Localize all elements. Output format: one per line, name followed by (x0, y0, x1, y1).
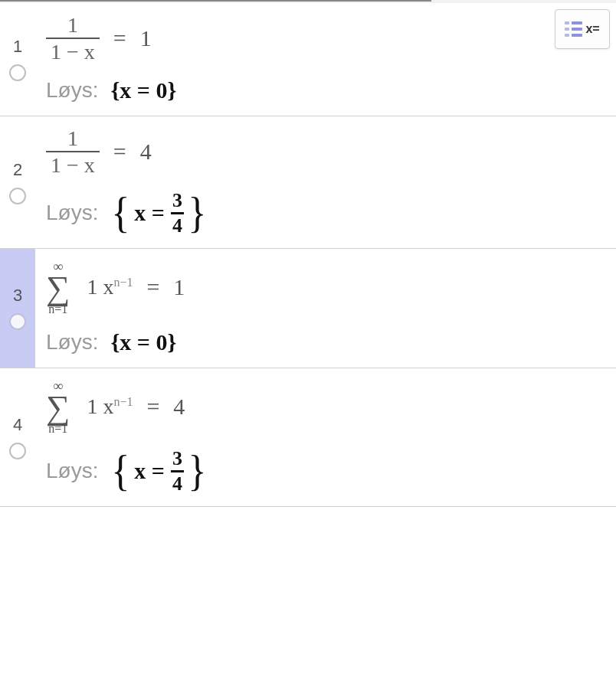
row-content[interactable]: 1 1 − x = 1 Løys: {x = 0} (35, 3, 616, 116)
equals-sign: = (113, 139, 126, 165)
equation: 1 1 − x = 4 (46, 127, 608, 177)
rhs-value: 1 (140, 25, 152, 51)
cas-rows: 1 1 1 − x = 1 Løys: {x = 0} (0, 3, 616, 507)
equation: ∞ ∑ n=1 1 xn−1 = 4 (46, 379, 608, 435)
row-content[interactable]: 1 1 − x = 4 Løys: { x = 3 (35, 116, 616, 248)
solve-numeric-button[interactable]: x= (555, 9, 610, 49)
summand: 1 xn−1 (87, 394, 133, 419)
solution-line: Løys: {x = 0} (46, 329, 608, 355)
list-icon (565, 21, 582, 37)
summand: 1 xn−1 (87, 275, 133, 299)
solution-line: Løys: { x = 3 4 } (46, 191, 608, 236)
cas-view: x= 1 1 1 − x = 1 Løys: (0, 0, 616, 507)
row-gutter[interactable]: 3 (0, 249, 35, 368)
row-gutter[interactable]: 1 (0, 3, 35, 116)
row-number: 3 (13, 286, 22, 306)
solution-set: { x = 3 4 } (110, 449, 207, 494)
fraction: 3 4 (171, 191, 184, 236)
visibility-toggle[interactable] (9, 313, 26, 330)
cas-row[interactable]: 3 ∞ ∑ n=1 1 xn−1 = 1 Løys: (0, 249, 616, 368)
rhs-value: 1 (173, 274, 185, 300)
sigma-icon: ∑ (46, 394, 70, 421)
fraction: 1 1 − x (46, 127, 100, 177)
solve-button-label: x= (585, 22, 599, 36)
cas-row[interactable]: 4 ∞ ∑ n=1 1 xn−1 = 4 Løys: (0, 368, 616, 507)
solution-set: {x = 0} (110, 77, 176, 103)
visibility-toggle[interactable] (9, 443, 26, 459)
sigma-icon: ∑ (46, 275, 70, 302)
solve-label: Løys: (46, 330, 98, 355)
equation: 1 1 − x = 1 (46, 14, 608, 64)
sigma-sum: ∞ ∑ n=1 (46, 260, 70, 315)
visibility-toggle[interactable] (9, 64, 26, 81)
fraction: 3 4 (171, 449, 184, 494)
row-gutter[interactable]: 4 (0, 368, 35, 506)
cas-row[interactable]: 2 1 1 − x = 4 Løys: { (0, 116, 616, 249)
sigma-sum: ∞ ∑ n=1 (46, 379, 70, 435)
solution-set: { x = 3 4 } (110, 191, 207, 236)
equals-sign: = (113, 25, 126, 51)
cas-row[interactable]: 1 1 1 − x = 1 Løys: {x = 0} (0, 3, 616, 116)
row-number: 2 (13, 160, 22, 180)
row-number: 4 (13, 415, 22, 435)
solution-set: {x = 0} (110, 329, 176, 355)
row-content[interactable]: ∞ ∑ n=1 1 xn−1 = 4 Løys: { x = (35, 368, 616, 506)
row-content[interactable]: ∞ ∑ n=1 1 xn−1 = 1 Løys: {x = 0} (35, 249, 616, 368)
solution-line: Løys: { x = 3 4 } (46, 449, 608, 494)
solve-label: Løys: (46, 459, 98, 483)
fraction: 1 1 − x (46, 14, 100, 64)
rhs-value: 4 (173, 394, 185, 420)
top-divider (0, 0, 616, 3)
solve-label: Løys: (46, 78, 98, 103)
row-number: 1 (13, 37, 22, 57)
rhs-value: 4 (140, 139, 152, 165)
visibility-toggle[interactable] (9, 188, 26, 204)
solve-label: Løys: (46, 201, 98, 225)
solution-line: Løys: {x = 0} (46, 77, 608, 103)
equals-sign: = (146, 274, 159, 300)
equals-sign: = (146, 394, 159, 420)
row-gutter[interactable]: 2 (0, 116, 35, 248)
equation: ∞ ∑ n=1 1 xn−1 = 1 (46, 260, 608, 315)
